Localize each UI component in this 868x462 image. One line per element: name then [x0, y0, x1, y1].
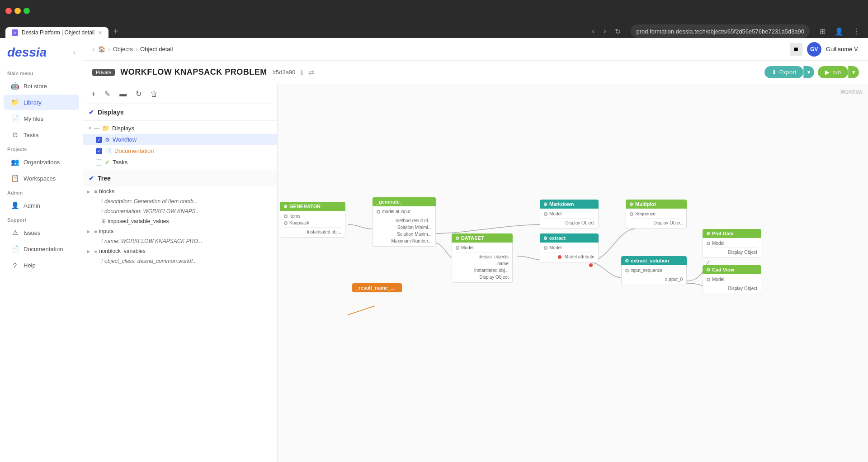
menu-button[interactable]: ⋮ — [850, 26, 863, 37]
tree-item-documentation[interactable]: ✓ 📄 Documentation — [83, 145, 277, 157]
documentation-icon: 📄 — [11, 245, 19, 253]
tab-title: Dessia Platform | Object detail — [22, 29, 94, 36]
extract-port-out: Model attribute — [544, 253, 594, 260]
tree-node-name[interactable]: I name: WORKFLOW KNAPSACK PRO... — [83, 236, 277, 246]
window-maximize[interactable] — [24, 8, 30, 14]
sidebar-item-botstore[interactable]: 🤖 Bot store — [4, 78, 79, 94]
reload-button[interactable]: ↻ — [612, 26, 623, 37]
multiplot-port-seq: Sequence — [630, 210, 683, 217]
wf-node-extractsolution[interactable]: ⚙ extract_solution input_sequence output… — [621, 256, 687, 285]
sidebar-back-toggle[interactable]: ‹ — [92, 45, 94, 53]
plotdata-port-model: Model — [707, 240, 757, 247]
tasks-label: Tasks — [113, 159, 127, 166]
tree-node-description[interactable]: I description: Generation of Item comb..… — [83, 196, 277, 206]
tree-node-blocks[interactable]: ▶ ≡ blocks — [83, 186, 277, 196]
sidebar: dessia ‹ Main menu 🤖 Bot store 📁 Library… — [0, 38, 83, 462]
notifications-icon[interactable]: ■ — [790, 43, 802, 56]
workflow-canvas[interactable]: Workflow — [278, 84, 868, 462]
export-dropdown[interactable]: ▾ — [803, 66, 814, 78]
active-tab[interactable]: D Dessia Platform | Object detail ✕ — [5, 27, 108, 38]
generate-port-in: model at input — [377, 208, 432, 215]
tasks-checkbox[interactable] — [96, 159, 102, 166]
tree-node-objectclass[interactable]: I object_class: dessia_common.workfl... — [83, 256, 277, 266]
wf-node-plotdata[interactable]: ⚙ Plot Data Model Display Object — [703, 229, 761, 258]
tree-node-doc[interactable]: I documentation: WORKFLOW KNAPS... — [83, 206, 277, 216]
tree-item-displays-folder[interactable]: ▾ — 📁 Displays — [83, 123, 277, 134]
back-button[interactable]: ‹ — [590, 26, 597, 36]
wf-node-cadview[interactable]: ⚙ Cad View Model Display Object — [703, 265, 761, 294]
share-icon[interactable]: ⇄ — [308, 68, 314, 76]
sidebar-toggle[interactable]: ‹ — [73, 48, 75, 57]
expand-blocks-icon[interactable]: ▶ — [87, 189, 92, 194]
documentation-checkbox[interactable]: ✓ — [96, 148, 102, 154]
window-minimize[interactable] — [14, 8, 21, 14]
extractsolution-body: input_sequence output_0 — [621, 265, 687, 285]
avatar[interactable]: GV — [807, 42, 821, 57]
tab-close[interactable]: ✕ — [98, 30, 102, 36]
tree-node-inputs[interactable]: ▶ ≡ inputs — [83, 226, 277, 236]
expand-inputs-icon[interactable]: ▶ — [87, 229, 92, 234]
wf-node-markdown[interactable]: ⚙ Markdown Model Display Object — [540, 200, 599, 229]
profile-button[interactable]: 👤 — [832, 26, 846, 37]
sidebar-label-tasks: Tasks — [24, 132, 38, 138]
port-dot7 — [630, 212, 633, 216]
new-tab-button[interactable]: + — [109, 26, 122, 37]
export-button[interactable]: ⬇ Export — [764, 66, 804, 78]
toolbar-refresh[interactable]: ↻ — [133, 88, 144, 100]
toolbar-copy[interactable]: ▬ — [117, 88, 129, 100]
sidebar-item-documentation[interactable]: 📄 Documentation — [4, 241, 79, 257]
toolbar-delete[interactable]: 🗑 — [148, 88, 160, 100]
wf-node-dataset[interactable]: ⚙ DATASET Model dessia_objects name Inst… — [452, 233, 513, 283]
window-controls — [5, 8, 30, 14]
list-icon: ≡ — [94, 188, 97, 195]
sidebar-item-myfiles[interactable]: 📄 My files — [4, 111, 79, 126]
address-bar[interactable]: prod.formation.dessia.tech/objects/65f2d… — [631, 24, 810, 38]
tree-node-nonblock[interactable]: ▶ ≡ nonblock_variables — [83, 246, 277, 256]
dataset-icon: ⚙ — [455, 236, 459, 241]
wf-node-multiplot[interactable]: ⚙ Multiplot Sequence Display Object — [626, 200, 687, 229]
sidebar-item-library[interactable]: 📁 Library — [4, 95, 79, 110]
breadcrumb-objects[interactable]: Objects — [113, 46, 133, 52]
forward-button[interactable]: › — [601, 26, 609, 36]
toolbar-edit[interactable]: ✎ — [102, 88, 113, 100]
organizations-icon: 👥 — [11, 158, 19, 166]
window-close[interactable] — [5, 8, 12, 14]
run-dropdown[interactable]: ▾ — [848, 66, 859, 78]
wf-node-extract[interactable]: ⚙ extract Model Model attribute — [540, 233, 599, 262]
tree-item-workflow[interactable]: ✓ ⚙ Workflow — [83, 134, 277, 145]
displays-section: ✔ Displays ▾ — 📁 Displays — [83, 104, 277, 170]
sidebar-item-tasks[interactable]: ⊙ Tasks — [4, 127, 79, 143]
sidebar-item-admin[interactable]: 👤 Admin — [4, 198, 79, 213]
expand-displays-icon[interactable]: ▾ — [89, 125, 91, 131]
wf-node-resultname[interactable]: _result_name_... — [352, 283, 402, 292]
minus-icon: — — [94, 125, 99, 132]
generate-header: _generate_ — [373, 197, 436, 206]
tree-node-imposed[interactable]: ⊞ imposed_variable_values — [83, 216, 277, 226]
plotdata-port-out: Display Object — [707, 249, 757, 256]
tree-item-tasks[interactable]: ✔ Tasks — [83, 157, 277, 168]
expand-nonblock-icon[interactable]: ▶ — [87, 249, 92, 254]
breadcrumb: 🏠 › Objects › Object detail — [98, 46, 786, 52]
extractsolution-title: extract_solution — [631, 258, 669, 263]
canvas-label: Workflow — [840, 89, 863, 95]
toolbar-add[interactable]: + — [89, 88, 98, 100]
home-icon[interactable]: 🏠 — [98, 46, 105, 52]
sidebar-item-issues[interactable]: ⚠ Issues — [4, 225, 79, 240]
cadview-port-model: Model — [707, 276, 757, 283]
workspaces-icon: 📋 — [11, 174, 19, 182]
sidebar-item-help[interactable]: ? Help — [4, 257, 79, 273]
workflow-icon: ⚙ — [105, 137, 110, 143]
workflow-checkbox[interactable]: ✓ — [96, 137, 102, 143]
admin-label: Admin — [0, 186, 83, 197]
wf-node-generator[interactable]: ⚙ GENERATOR Items Knapsack Instantiated … — [280, 202, 345, 238]
port-dot — [284, 214, 288, 218]
markdown-port-model: Model — [544, 210, 594, 217]
sidebar-item-workspaces[interactable]: 📋 Workspaces — [4, 171, 79, 186]
sidebar-item-organizations[interactable]: 👥 Organizations — [4, 154, 79, 170]
tasks-check-icon: ✔ — [105, 159, 110, 166]
port-dot9 — [707, 242, 710, 245]
info-icon[interactable]: ℹ — [301, 69, 303, 76]
wf-node-generate[interactable]: _generate_ model at input method result … — [373, 197, 436, 247]
extensions-button[interactable]: ⊞ — [817, 26, 828, 37]
run-button[interactable]: ▶ run — [818, 66, 848, 78]
